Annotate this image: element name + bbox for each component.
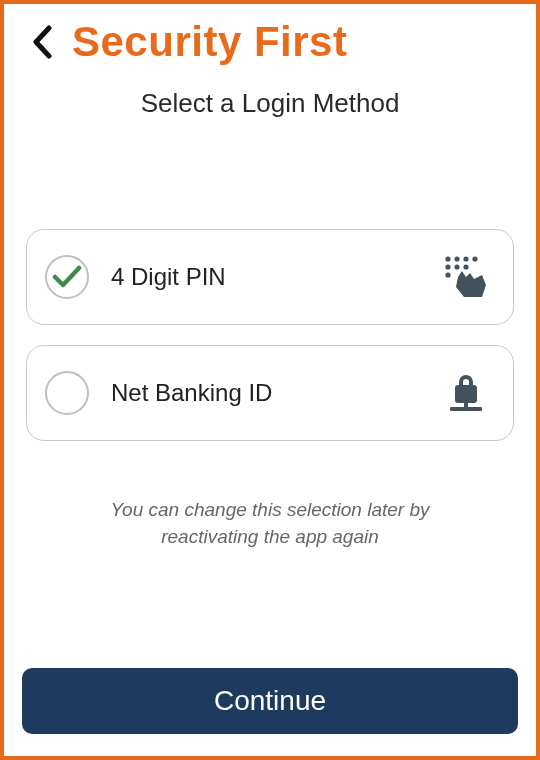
page-title: Security First [72, 18, 347, 66]
svg-point-1 [454, 256, 459, 261]
svg-point-7 [445, 272, 450, 277]
lock-icon [441, 368, 491, 418]
radio-pin[interactable] [45, 255, 89, 299]
login-method-options: 4 Digit PIN Net Banking ID [22, 229, 518, 441]
radio-netbanking[interactable] [45, 371, 89, 415]
svg-rect-8 [455, 385, 477, 403]
hint-text: You can change this selection later by r… [22, 497, 518, 550]
svg-point-4 [445, 264, 450, 269]
option-netbanking[interactable]: Net Banking ID [26, 345, 514, 441]
back-button[interactable] [22, 18, 62, 66]
keypad-hand-icon [441, 252, 491, 302]
option-netbanking-label: Net Banking ID [111, 379, 441, 407]
page-subtitle: Select a Login Method [22, 88, 518, 119]
header: Security First [22, 16, 518, 66]
svg-point-6 [463, 264, 468, 269]
continue-button[interactable]: Continue [22, 668, 518, 734]
svg-point-2 [463, 256, 468, 261]
svg-rect-10 [464, 403, 468, 408]
app-frame: Security First Select a Login Method 4 D… [0, 0, 540, 760]
svg-point-5 [454, 264, 459, 269]
check-icon [52, 265, 82, 289]
svg-point-0 [445, 256, 450, 261]
chevron-left-icon [31, 25, 53, 59]
option-pin-label: 4 Digit PIN [111, 263, 441, 291]
option-pin[interactable]: 4 Digit PIN [26, 229, 514, 325]
svg-point-3 [472, 256, 477, 261]
